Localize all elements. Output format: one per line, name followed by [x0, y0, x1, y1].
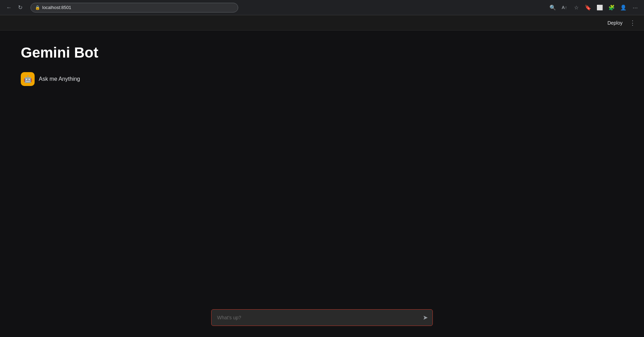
main-content: Gemini Bot 🤖 Ask me Anything ➤	[0, 31, 644, 337]
nav-buttons: ← ↻	[4, 3, 25, 12]
more-options-button[interactable]: ⋮	[627, 18, 638, 28]
profile-icon-btn[interactable]: 👤	[618, 3, 628, 12]
send-button[interactable]: ➤	[421, 312, 429, 323]
address-bar[interactable]: 🔒 localhost:8501	[30, 3, 238, 12]
page-title: Gemini Bot	[21, 44, 623, 61]
more-menu-btn[interactable]: ⋯	[630, 3, 640, 12]
app-bar: Deploy ⋮	[0, 15, 644, 31]
deploy-button[interactable]: Deploy	[605, 19, 625, 27]
search-icon-btn[interactable]: 🔍	[548, 3, 557, 12]
bot-icon: 🤖	[24, 75, 32, 83]
url-text: localhost:8501	[42, 5, 71, 10]
input-wrapper: ➤	[211, 309, 433, 326]
chat-input[interactable]	[211, 309, 433, 326]
greeting-text: Ask me Anything	[39, 76, 80, 82]
bookmark-icon-btn[interactable]: 🔖	[583, 3, 593, 12]
extensions-icon-btn[interactable]: 🧩	[607, 3, 616, 12]
browser-chrome: ← ↻ 🔒 localhost:8501 🔍 A↑ ☆ 🔖 ⬜ 🧩 👤 ⋯	[0, 0, 644, 15]
send-icon: ➤	[423, 314, 428, 321]
back-button[interactable]: ←	[4, 3, 14, 12]
input-area: ➤	[0, 304, 644, 337]
browser-toolbar-right: 🔍 A↑ ☆ 🔖 ⬜ 🧩 👤 ⋯	[548, 3, 640, 12]
bot-avatar-icon: 🤖	[21, 72, 35, 86]
tab-icon-btn[interactable]: ⬜	[595, 3, 605, 12]
greeting-item: 🤖 Ask me Anything	[21, 72, 623, 86]
star-icon-btn[interactable]: ☆	[571, 3, 581, 12]
lock-icon: 🔒	[35, 5, 40, 10]
refresh-button[interactable]: ↻	[15, 3, 25, 12]
font-icon-btn[interactable]: A↑	[560, 3, 569, 12]
address-bar-container: 🔒 localhost:8501	[30, 3, 238, 12]
chat-area: Gemini Bot 🤖 Ask me Anything	[0, 31, 644, 304]
